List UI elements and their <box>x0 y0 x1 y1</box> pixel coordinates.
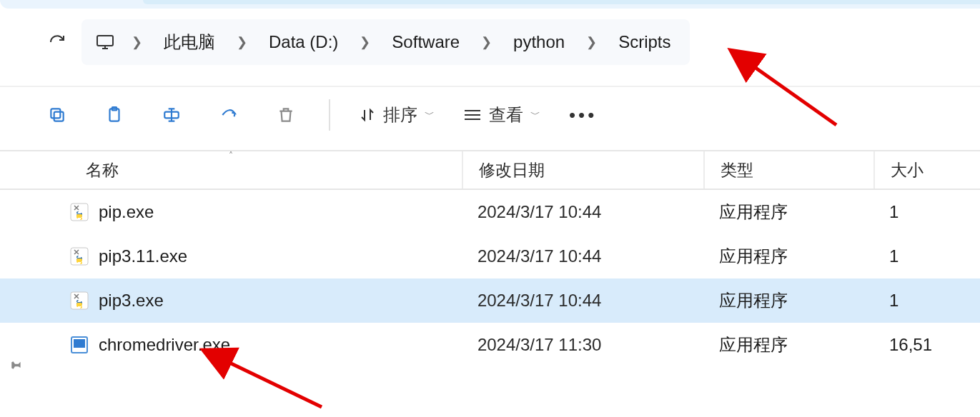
svg-rect-10 <box>74 339 85 348</box>
sort-dropdown[interactable]: 排序 ﹀ <box>359 104 435 126</box>
copy-icon <box>48 106 66 124</box>
breadcrumb-item-0[interactable]: 此电脑 <box>159 28 219 56</box>
svg-rect-0 <box>97 36 113 46</box>
chevron-right-icon: ❯ <box>129 34 145 50</box>
separator <box>329 99 330 131</box>
pc-icon <box>96 34 114 50</box>
file-name: chromedriver.exe <box>99 335 230 355</box>
file-name: pip3.exe <box>99 291 164 311</box>
view-label: 查看 <box>489 104 523 126</box>
file-type: 应用程序 <box>703 289 873 312</box>
trash-icon <box>277 106 295 124</box>
breadcrumb-item-2[interactable]: Software <box>387 29 464 55</box>
column-header-type[interactable]: 类型 <box>703 151 873 189</box>
column-headers: 名称 ˄ 修改日期 类型 大小 <box>0 150 980 190</box>
chevron-down-icon: ﹀ <box>530 109 540 121</box>
breadcrumb-item-1[interactable]: Data (D:) <box>264 29 342 55</box>
column-header-size[interactable]: 大小 <box>873 151 980 189</box>
file-list: pip.exe2024/3/17 10:44应用程序1pip3.11.exe20… <box>0 190 980 367</box>
svg-line-12 <box>225 361 322 407</box>
view-dropdown[interactable]: 查看 ﹀ <box>463 104 540 126</box>
sort-label: 排序 <box>383 104 417 126</box>
file-date: 2024/3/17 11:30 <box>462 335 703 355</box>
file-date: 2024/3/17 10:44 <box>462 291 703 311</box>
share-icon <box>219 106 238 124</box>
rename-icon <box>162 106 181 124</box>
file-type: 应用程序 <box>703 245 873 268</box>
column-header-date-label: 修改日期 <box>479 159 545 181</box>
refresh-icon <box>49 34 66 51</box>
svg-rect-6 <box>71 204 88 221</box>
exe-icon <box>70 336 89 354</box>
toolbar: 排序 ﹀ 查看 ﹀ ••• <box>0 86 980 143</box>
column-header-type-label: 类型 <box>721 159 753 181</box>
view-icon <box>463 108 482 122</box>
delete-button[interactable] <box>272 101 300 129</box>
svg-rect-7 <box>71 248 88 265</box>
sort-icon <box>359 106 376 124</box>
breadcrumb-item-4[interactable]: Scripts <box>614 29 675 55</box>
file-date: 2024/3/17 10:44 <box>462 246 703 266</box>
python-exe-icon <box>70 291 89 310</box>
sort-asc-icon: ˄ <box>229 151 233 161</box>
chevron-right-icon: ❯ <box>583 34 600 50</box>
column-header-size-label: 大小 <box>891 159 924 181</box>
column-header-name[interactable]: 名称 ˄ <box>0 151 462 189</box>
paste-button[interactable] <box>100 101 129 129</box>
table-row[interactable]: pip3.exe2024/3/17 10:44应用程序1 <box>0 278 980 323</box>
python-exe-icon <box>70 203 89 221</box>
svg-rect-1 <box>54 112 64 121</box>
breadcrumb[interactable]: ❯ 此电脑 ❯ Data (D:) ❯ Software ❯ python ❯ … <box>81 19 690 65</box>
column-header-date[interactable]: 修改日期 <box>462 151 703 189</box>
chevron-right-icon: ❯ <box>357 34 373 50</box>
chevron-right-icon: ❯ <box>478 34 495 50</box>
table-row[interactable]: pip3.11.exe2024/3/17 10:44应用程序1 <box>0 234 980 278</box>
column-header-name-label: 名称 <box>86 159 119 181</box>
python-exe-icon <box>70 247 89 266</box>
more-button[interactable]: ••• <box>569 104 597 126</box>
file-type: 应用程序 <box>703 201 873 223</box>
file-name: pip.exe <box>99 202 154 222</box>
chevron-down-icon: ﹀ <box>425 109 435 121</box>
file-name: pip3.11.exe <box>99 246 187 266</box>
breadcrumb-item-3[interactable]: python <box>509 29 569 55</box>
svg-rect-8 <box>71 292 88 309</box>
rename-button[interactable] <box>157 101 186 129</box>
file-date: 2024/3/17 10:44 <box>462 202 703 222</box>
file-size: 16,51 <box>873 335 980 355</box>
file-size: 1 <box>873 291 980 311</box>
file-type: 应用程序 <box>703 333 873 356</box>
paste-icon <box>105 106 124 124</box>
table-row[interactable]: chromedriver.exe2024/3/17 11:30应用程序16,51 <box>0 323 980 367</box>
refresh-button[interactable] <box>43 28 71 56</box>
chevron-right-icon: ❯ <box>234 34 250 50</box>
copy-button[interactable] <box>43 101 71 129</box>
file-size: 1 <box>873 246 980 266</box>
table-row[interactable]: pip.exe2024/3/17 10:44应用程序1 <box>0 190 980 234</box>
share-button[interactable] <box>214 101 243 129</box>
file-size: 1 <box>873 202 980 222</box>
svg-rect-2 <box>51 109 60 118</box>
left-gutter <box>7 357 21 376</box>
address-bar: ❯ 此电脑 ❯ Data (D:) ❯ Software ❯ python ❯ … <box>0 14 980 70</box>
